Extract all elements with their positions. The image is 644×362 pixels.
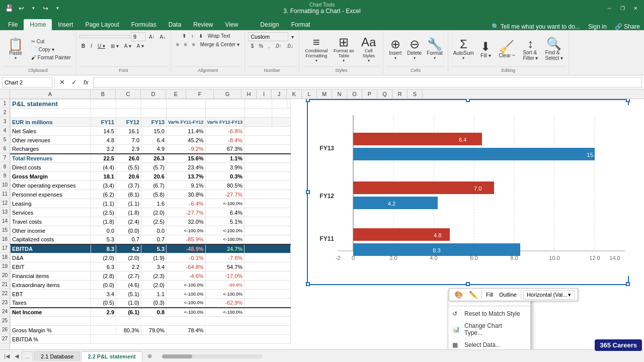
cell-f7[interactable]: 1.1%: [205, 154, 245, 163]
cell-c17[interactable]: 4.2: [116, 244, 141, 253]
format-painter-button[interactable]: 🖌 Format Painter: [29, 54, 73, 61]
cell-d17[interactable]: 5.3: [141, 244, 167, 253]
cell-f11[interactable]: -27.7%: [205, 190, 245, 199]
cell-c18[interactable]: (2.0): [116, 253, 141, 262]
fill-label[interactable]: Fill: [484, 291, 495, 299]
row-num-6[interactable]: 6: [0, 144, 10, 153]
cell-d21[interactable]: (2.0): [141, 281, 167, 290]
ctx-change-chart-type[interactable]: 📊 Change Chart Type...: [448, 320, 530, 339]
cell-e16[interactable]: -85.9%: [167, 235, 206, 244]
cell-b4[interactable]: 14.5: [91, 127, 116, 136]
cell-f13[interactable]: 6.4%: [205, 208, 245, 217]
cell-e7[interactable]: 15.6%: [167, 154, 206, 163]
cell-b26[interactable]: [91, 326, 116, 335]
cell-f5[interactable]: -8.4%: [205, 136, 245, 145]
save-icon[interactable]: 💾: [4, 3, 14, 13]
cell-a3[interactable]: EUR in millions: [11, 118, 91, 127]
cell-b11[interactable]: (6.2): [91, 190, 116, 199]
format-button[interactable]: 🔧 Format ▾: [425, 34, 445, 64]
cell-c21[interactable]: (4.6): [116, 281, 141, 290]
cell-a19[interactable]: EBIT: [11, 262, 91, 272]
col-header-j[interactable]: J: [272, 89, 287, 99]
cell-f16[interactable]: <-100.0%: [205, 235, 245, 244]
sheet-tab-database[interactable]: 2.1 Database: [34, 351, 80, 361]
cell-d5[interactable]: 6.4: [141, 136, 167, 145]
cell-b1[interactable]: [91, 100, 116, 109]
cell-c7[interactable]: 26.0: [116, 154, 141, 163]
cell-d20[interactable]: (2.3): [141, 272, 167, 281]
customize-icon[interactable]: ▾: [52, 3, 62, 13]
align-right-button[interactable]: ≡: [190, 41, 197, 48]
cell-e22[interactable]: <-100.0%: [167, 290, 206, 299]
cell-rest-14[interactable]: [245, 217, 291, 226]
cell-rest-17[interactable]: [245, 244, 291, 253]
restore-button[interactable]: ❐: [618, 4, 627, 13]
font-color-button[interactable]: A ▾: [135, 42, 146, 50]
cell-d11[interactable]: (5.8): [141, 190, 167, 199]
cell-c24[interactable]: (6.1): [116, 308, 141, 317]
paste-button[interactable]: 📋 Paste ▾: [3, 34, 28, 64]
currency-button[interactable]: $: [249, 42, 256, 50]
fill-color-button[interactable]: A ▾: [122, 42, 133, 50]
row-num-17[interactable]: 17: [0, 244, 10, 253]
cell-rest-23[interactable]: [245, 299, 291, 308]
formula-input[interactable]: [93, 77, 642, 88]
cell-e9[interactable]: 13.7%: [167, 172, 206, 181]
cell-c1[interactable]: [116, 100, 141, 109]
cell-f14[interactable]: 5.1%: [205, 217, 245, 226]
tab-home[interactable]: Home: [24, 19, 52, 30]
cell-e10[interactable]: 9.1%: [167, 181, 206, 190]
sort-filter-button[interactable]: ↕ Sort &Filter ▾: [519, 34, 542, 64]
cell-f9[interactable]: 0.3%: [205, 172, 245, 181]
cell-c9[interactable]: 20.6: [116, 172, 141, 181]
cell-c11[interactable]: (8.1): [116, 190, 141, 199]
align-top-button[interactable]: ⬆: [180, 32, 188, 40]
sign-in-button[interactable]: Sign in: [584, 23, 611, 30]
col-header-a[interactable]: A: [10, 89, 91, 99]
cell-c5[interactable]: 7.0: [116, 136, 141, 145]
cell-styles-button[interactable]: Aa CellStyles ▾: [357, 34, 380, 64]
cell-e18[interactable]: -0.1%: [167, 253, 206, 262]
row-num-7[interactable]: 7: [0, 153, 10, 162]
cell-b14[interactable]: (1.8): [91, 217, 116, 226]
cell-d19[interactable]: 3.4: [141, 262, 167, 272]
cell-rest-10[interactable]: [245, 181, 291, 190]
cell-rest-3[interactable]: [272, 118, 291, 127]
confirm-button-fb[interactable]: ✓: [69, 77, 79, 87]
cell-c19[interactable]: 2.2: [116, 262, 141, 272]
col-header-k[interactable]: K: [287, 89, 302, 99]
col-header-q[interactable]: Q: [377, 89, 392, 99]
merge-center-button[interactable]: Merge & Center ▾: [198, 41, 242, 48]
align-bottom-button[interactable]: ⬇: [197, 32, 205, 40]
cell-rest-19[interactable]: [245, 262, 291, 272]
cell-b17[interactable]: 8.3: [91, 244, 116, 253]
cell-d4[interactable]: 15.0: [141, 127, 167, 136]
cell-a10[interactable]: Other operating expenses: [11, 181, 91, 190]
cell-f12[interactable]: <-100.0%: [205, 199, 245, 208]
cell-b16[interactable]: 5.3: [91, 235, 116, 244]
row-num-21[interactable]: 21: [0, 280, 10, 289]
bar-fy12-red[interactable]: [353, 182, 494, 194]
row-num-24[interactable]: 24: [0, 307, 10, 316]
tell-me-input[interactable]: 🔍 Tell me what you want to do...: [488, 23, 584, 30]
cell-d8[interactable]: (5.7): [141, 163, 167, 172]
tab-format[interactable]: Format: [285, 19, 316, 30]
tab-page-layout[interactable]: Page Layout: [79, 19, 125, 30]
cell-f24[interactable]: <-100.0%: [205, 308, 245, 317]
cell-d15[interactable]: 0.0: [141, 226, 167, 235]
col-header-l[interactable]: L: [302, 89, 317, 99]
col-header-g[interactable]: G: [214, 89, 242, 99]
cell-a2[interactable]: [11, 109, 91, 118]
cell-a14[interactable]: Travel costs: [11, 217, 91, 226]
copy-button[interactable]: 📄 Copy ▾: [29, 46, 73, 53]
cell-rest-13[interactable]: [245, 208, 291, 217]
cell-b13[interactable]: (2.5): [91, 208, 116, 217]
col-header-p[interactable]: P: [362, 89, 377, 99]
cell-c3[interactable]: FY12: [116, 118, 141, 127]
cell-f3[interactable]: Var% FY12-FY13: [205, 118, 245, 127]
cell-a26[interactable]: Gross Margin %: [11, 326, 91, 335]
tab-review[interactable]: Review: [187, 19, 219, 30]
percent-button[interactable]: %: [257, 42, 265, 50]
row-num-15[interactable]: 15: [0, 226, 10, 235]
cell-c15[interactable]: (0.0): [116, 226, 141, 235]
